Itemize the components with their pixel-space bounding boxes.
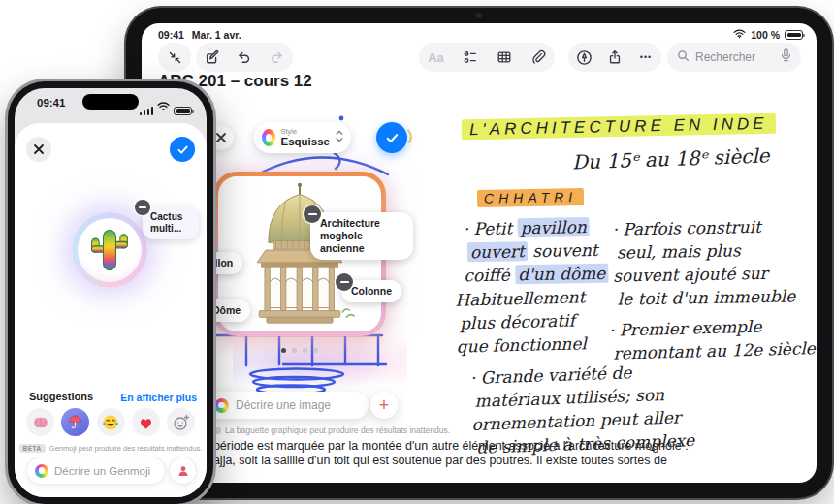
handwritten-notes-col2b: · Premier exempleremontant au 12e siècle xyxy=(608,313,816,365)
markup-icon[interactable] xyxy=(571,45,596,70)
suggestion-heart[interactable] xyxy=(132,408,160,436)
genmoji-confirm-button[interactable] xyxy=(170,137,195,162)
redo-icon xyxy=(264,45,289,70)
toolbar-group-share: ••• xyxy=(568,43,661,72)
describe-image-placeholder: Décrire une image xyxy=(236,398,331,412)
ipad-date: Mar. 1 avr. xyxy=(192,29,241,41)
style-rainbow-icon xyxy=(262,129,275,146)
ipad-status-right: 100 % xyxy=(733,29,803,41)
tag-architecture[interactable]: Architecture moghole ancienne xyxy=(310,212,413,260)
stage: 09:41 Mar. 1 avr. 100 % Aa xyxy=(0,0,834,504)
suggestion-row xyxy=(26,408,195,437)
signal-icon xyxy=(140,107,154,116)
battery-percent: 100 % xyxy=(751,29,780,41)
battery-icon xyxy=(785,30,803,40)
genmoji-disclaimer: BETA Genmoji peut produire des résultats… xyxy=(15,444,207,453)
search-field[interactable]: Rechercher xyxy=(667,43,801,72)
remove-tag-architecture-icon[interactable] xyxy=(304,205,321,223)
suggestion-laughing[interactable] xyxy=(97,408,125,436)
rainbow-cactus-genmoji xyxy=(88,225,131,275)
search-placeholder: Rechercher xyxy=(695,50,775,64)
battery-icon xyxy=(174,107,192,116)
style-label: Style xyxy=(281,128,331,136)
dynamic-island xyxy=(82,94,139,110)
share-icon[interactable] xyxy=(602,45,627,70)
iphone-device: 09:41 xyxy=(8,81,213,504)
remove-tag-colonne-icon[interactable] xyxy=(336,273,353,291)
iphone-clock: 09:41 xyxy=(37,97,65,109)
describe-genmoji-placeholder: Décrire un Genmoji xyxy=(54,465,150,477)
describe-genmoji-input[interactable]: Décrire un Genmoji xyxy=(27,457,165,484)
show-more-link[interactable]: En afficher plus xyxy=(120,392,197,403)
remove-cactus-tag-icon[interactable] xyxy=(135,200,150,215)
suggestion-brain[interactable] xyxy=(26,408,54,436)
table-icon[interactable] xyxy=(492,45,517,70)
page-dots[interactable] xyxy=(277,348,322,353)
genmoji-sheet: Cactus multi... Suggestions En afficher … xyxy=(15,123,207,497)
genmoji-preview-bubble xyxy=(72,212,147,288)
toolbar-group-format: Aa xyxy=(419,43,555,72)
genmoji-sparkle-icon xyxy=(35,464,48,478)
text-format-icon: Aa xyxy=(424,45,449,70)
wifi-icon xyxy=(733,29,746,41)
beta-badge: BETA xyxy=(19,444,46,453)
suggestion-umbrella[interactable] xyxy=(61,408,89,436)
chevron-up-down-icon xyxy=(336,129,343,146)
suggestions-label: Suggestions xyxy=(29,391,93,402)
toolbar-group-window xyxy=(158,43,191,72)
ipad-device: 09:41 Mar. 1 avr. 100 % Aa xyxy=(126,8,832,498)
handwritten-subtitle: Du 15ᵉ au 18ᵉ siècle xyxy=(572,143,770,173)
iphone-status-icons xyxy=(140,98,193,115)
image-playground-sparkle-icon xyxy=(214,398,229,413)
ipad-camera xyxy=(476,13,482,18)
attachment-icon[interactable] xyxy=(526,45,551,70)
suggestion-new-genmoji[interactable] xyxy=(167,408,195,436)
mic-icon[interactable] xyxy=(781,48,791,66)
style-picker[interactable]: Style Esquisse xyxy=(254,122,351,153)
toolbar-group-edit xyxy=(196,43,293,72)
ipad-status-bar: 09:41 Mar. 1 avr. xyxy=(158,29,241,41)
describe-image-input[interactable]: Décrire une image xyxy=(206,392,369,419)
tag-cactus[interactable]: Cactus multi... xyxy=(143,206,199,239)
ipad-notes-app: 09:41 Mar. 1 avr. 100 % Aa xyxy=(142,23,817,483)
collapse-icon[interactable] xyxy=(162,45,187,70)
compose-icon[interactable] xyxy=(200,45,225,70)
iphone-screen: 09:41 xyxy=(15,88,207,497)
style-value: Esquisse xyxy=(281,137,331,148)
person-genmoji-button[interactable] xyxy=(170,457,196,484)
more-icon[interactable]: ••• xyxy=(633,45,658,70)
checklist-icon[interactable] xyxy=(458,45,483,70)
confirm-image-button[interactable] xyxy=(376,122,407,153)
search-icon xyxy=(677,48,690,66)
undo-icon[interactable] xyxy=(232,45,257,70)
add-image-button[interactable]: + xyxy=(370,392,398,419)
ipad-clock: 09:41 xyxy=(158,29,184,41)
wifi-icon xyxy=(157,98,170,115)
typed-paragraph: te période est marquée par la montée d'u… xyxy=(200,439,805,468)
image-wand-disclaimer: La baguette graphique peut produire des … xyxy=(208,425,450,435)
handwritten-notes-col2: · Parfois construitseul, mais plussouven… xyxy=(612,214,795,310)
genmoji-close-icon[interactable] xyxy=(26,137,51,162)
